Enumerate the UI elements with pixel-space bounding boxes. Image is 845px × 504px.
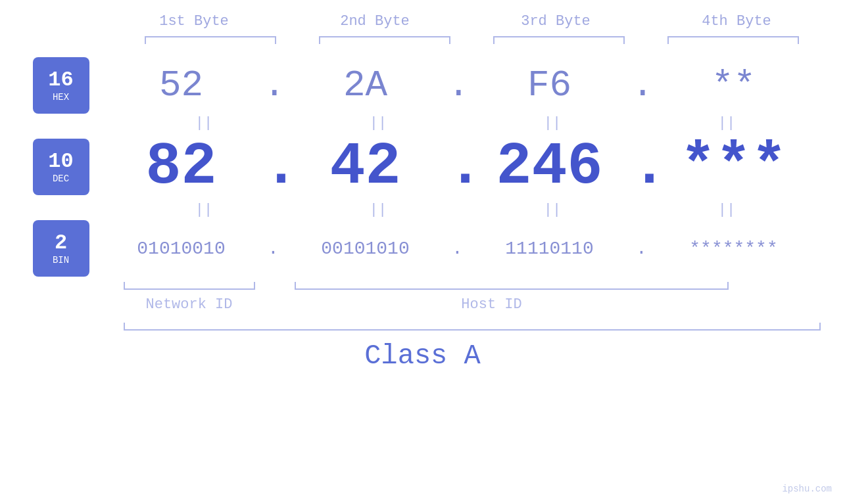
dec-dot-1: . xyxy=(264,133,283,200)
hex-dot-3: . xyxy=(632,64,652,106)
bin-dot-2: . xyxy=(448,239,468,259)
hex-dot-2: . xyxy=(448,64,468,106)
hex-values: 52 . 2A . F6 . ** xyxy=(103,64,813,106)
bin-badge-number: 2 xyxy=(55,231,67,254)
id-labels: Network ID Host ID xyxy=(124,296,821,313)
top-brackets xyxy=(124,36,821,44)
eq1-cell1: || xyxy=(125,116,283,131)
hex-cell-2: 2A xyxy=(287,64,445,106)
hex-val-1: 52 xyxy=(122,64,241,106)
hex-badge: 16 HEX xyxy=(33,57,89,114)
bin-dot-1: . xyxy=(264,239,283,259)
byte-headers-row: 1st Byte 2nd Byte 3rd Byte 4th Byte xyxy=(104,13,827,30)
dec-values: 82 . 42 . 246 . *** xyxy=(103,133,813,200)
dec-badge-number: 10 xyxy=(48,150,73,173)
bin-val-4: ******** xyxy=(675,239,793,259)
dec-dot-3: . xyxy=(632,133,652,200)
byte-header-4: 4th Byte xyxy=(658,13,815,30)
equals-row-1: || || || || xyxy=(117,116,814,131)
bracket-byte-1 xyxy=(145,36,276,44)
hex-val-3: F6 xyxy=(491,64,609,106)
eq1-cell4: || xyxy=(648,116,806,131)
dec-val-2: 42 xyxy=(306,133,425,200)
hex-badge-number: 16 xyxy=(48,68,73,91)
bin-val-2: 00101010 xyxy=(306,239,425,259)
main-container: 1st Byte 2nd Byte 3rd Byte 4th Byte 16 H… xyxy=(0,0,845,504)
bin-badge: 2 BIN xyxy=(33,220,89,277)
dec-dot-2: . xyxy=(448,133,468,200)
hex-cell-1: 52 xyxy=(103,64,260,106)
dec-val-3: 246 xyxy=(491,133,609,200)
bin-row: 2 BIN 01010010 . 00101010 . 11110110 . *… xyxy=(33,220,813,277)
eq2-cell1: || xyxy=(125,203,283,218)
hex-dot-1: . xyxy=(264,64,283,106)
network-bracket xyxy=(124,282,255,290)
class-label: Class A xyxy=(0,340,845,372)
watermark: ipshu.com xyxy=(782,484,832,494)
dec-badge: 10 DEC xyxy=(33,139,89,195)
bin-badge-label: BIN xyxy=(53,255,69,265)
bracket-byte-4 xyxy=(667,36,799,44)
bottom-brackets xyxy=(124,282,821,290)
host-id-label: Host ID xyxy=(275,296,709,313)
eq2-cell4: || xyxy=(648,203,806,218)
bracket-byte-3 xyxy=(493,36,625,44)
bin-val-1: 01010010 xyxy=(122,239,241,259)
eq1-cell2: || xyxy=(299,116,457,131)
dec-val-4: *** xyxy=(675,133,793,200)
eq1-cell3: || xyxy=(473,116,631,131)
hex-val-4: ** xyxy=(675,64,793,106)
eq2-cell3: || xyxy=(473,203,631,218)
hex-cell-4: ** xyxy=(655,64,813,106)
bin-dot-3: . xyxy=(632,239,652,259)
dec-cell-2: 42 xyxy=(287,133,445,200)
hex-badge-label: HEX xyxy=(53,92,69,103)
equals-row-2: || || || || xyxy=(117,203,814,218)
eq2-cell2: || xyxy=(299,203,457,218)
bin-cell-1: 01010010 xyxy=(103,239,260,259)
network-id-label: Network ID xyxy=(124,296,255,313)
dec-val-1: 82 xyxy=(122,133,241,200)
byte-header-3: 3rd Byte xyxy=(477,13,635,30)
dec-cell-4: *** xyxy=(655,133,813,200)
host-bracket xyxy=(295,282,729,290)
hex-cell-3: F6 xyxy=(471,64,629,106)
bin-cell-2: 00101010 xyxy=(287,239,445,259)
dec-cell-3: 246 xyxy=(471,133,629,200)
bin-val-3: 11110110 xyxy=(491,239,609,259)
hex-row: 16 HEX 52 . 2A . F6 . ** xyxy=(33,57,813,114)
byte-header-2: 2nd Byte xyxy=(296,13,454,30)
bin-cell-4: ******** xyxy=(655,239,813,259)
bracket-byte-2 xyxy=(319,36,450,44)
dec-badge-label: DEC xyxy=(53,173,69,184)
hex-val-2: 2A xyxy=(306,64,425,106)
bin-cell-3: 11110110 xyxy=(471,239,629,259)
byte-header-1: 1st Byte xyxy=(115,13,273,30)
full-bottom-bracket xyxy=(124,323,821,331)
bin-values: 01010010 . 00101010 . 11110110 . *******… xyxy=(103,239,813,259)
bracket-spacer xyxy=(255,282,275,290)
dec-cell-1: 82 xyxy=(103,133,260,200)
dec-row: 10 DEC 82 . 42 . 246 . *** xyxy=(33,133,813,200)
